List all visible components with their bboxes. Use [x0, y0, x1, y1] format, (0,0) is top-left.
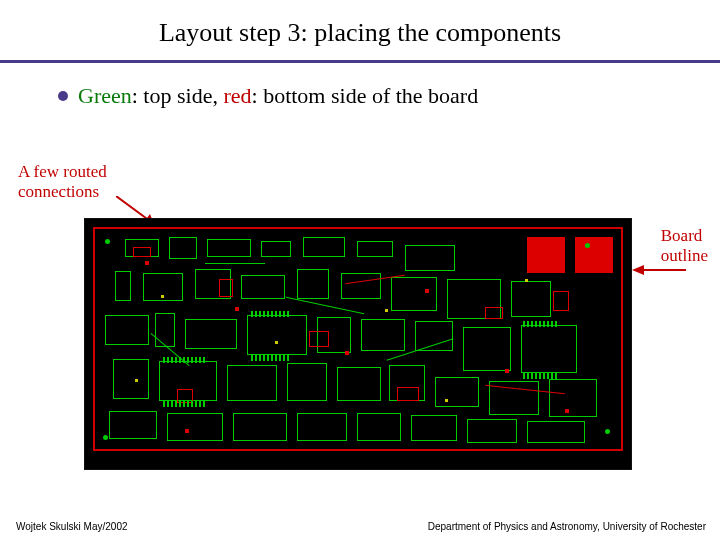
- legend-green: Green: [78, 83, 132, 108]
- legend-text-1: : top side,: [132, 83, 224, 108]
- arrow-right-icon: [632, 264, 688, 280]
- svg-marker-3: [632, 265, 644, 275]
- legend-red: red: [223, 83, 251, 108]
- annotation-line: Board: [661, 226, 708, 246]
- annotation-line: A few routed: [18, 162, 107, 182]
- bullet-icon: [58, 91, 68, 101]
- footer-affiliation: Department of Physics and Astronomy, Uni…: [428, 521, 706, 532]
- pcb-image: [84, 218, 632, 470]
- annotation-board-outline: Board outline: [661, 226, 708, 267]
- footer-author: Wojtek Skulski May/2002: [16, 521, 128, 532]
- slide-title: Layout step 3: placing the components: [0, 0, 720, 60]
- annotation-line: connections: [18, 182, 107, 202]
- legend-text-2: : bottom side of the board: [252, 83, 479, 108]
- bullet-line: Green: top side, red: bottom side of the…: [0, 63, 720, 119]
- annotation-routed-connections: A few routed connections: [18, 162, 107, 203]
